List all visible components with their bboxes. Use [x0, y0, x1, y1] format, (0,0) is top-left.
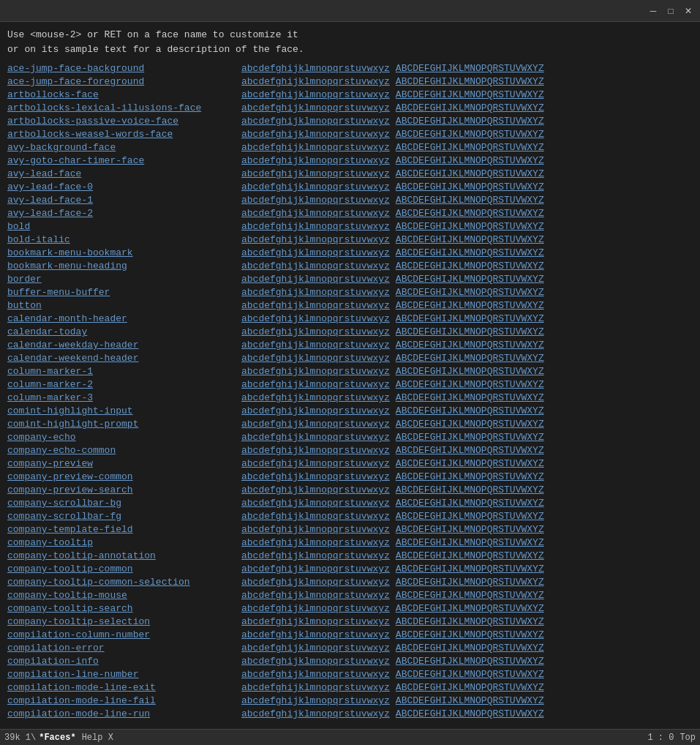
- face-name-link[interactable]: company-preview-common: [7, 471, 241, 484]
- face-sample-lower[interactable]: abcdefghijklmnopqrstuvwxyz: [241, 536, 390, 550]
- face-sample-lower[interactable]: abcdefghijklmnopqrstuvwxyz: [241, 378, 390, 392]
- face-name-link[interactable]: compilation-mode-line-run: [7, 708, 241, 721]
- face-sample-upper[interactable]: ABCDEFGHIJKLMNOPQRSTUVWXYZ: [396, 154, 544, 168]
- face-sample-lower[interactable]: abcdefghijklmnopqrstuvwxyz: [241, 655, 390, 668]
- face-name-link[interactable]: comint-highlight-prompt: [7, 418, 241, 431]
- face-name-link[interactable]: column-marker-1: [7, 365, 241, 378]
- face-name-link[interactable]: calendar-weekday-header: [7, 339, 241, 352]
- face-sample-lower[interactable]: abcdefghijklmnopqrstuvwxyz: [241, 102, 390, 115]
- face-sample-upper[interactable]: ABCDEFGHIJKLMNOPQRSTUVWXYZ: [396, 181, 544, 194]
- face-sample-lower[interactable]: abcdefghijklmnopqrstuvwxyz: [241, 721, 390, 723]
- face-sample-upper[interactable]: ABCDEFGHIJKLMNOPQRSTUVWXYZ: [396, 602, 544, 615]
- face-sample-upper[interactable]: ABCDEFGHIJKLMNOPQRSTUVWXYZ: [396, 273, 544, 286]
- face-name-link[interactable]: bold-italic: [7, 233, 241, 247]
- face-sample-lower[interactable]: abcdefghijklmnopqrstuvwxyz: [241, 668, 390, 681]
- face-sample-lower[interactable]: abcdefghijklmnopqrstuvwxyz: [241, 273, 390, 286]
- face-sample-upper[interactable]: ABCDEFGHIJKLMNOPQRSTUVWXYZ: [396, 326, 544, 339]
- face-sample-upper[interactable]: ABCDEFGHIJKLMNOPQRSTUVWXYZ: [396, 457, 544, 471]
- face-sample-lower[interactable]: abcdefghijklmnopqrstuvwxyz: [241, 312, 390, 326]
- face-sample-upper[interactable]: ABCDEFGHIJKLMNOPQRSTUVWXYZ: [396, 339, 544, 352]
- face-sample-upper[interactable]: ABCDEFGHIJKLMNOPQRSTUVWXYZ: [396, 75, 544, 89]
- face-sample-lower[interactable]: abcdefghijklmnopqrstuvwxyz: [241, 431, 390, 444]
- face-sample-lower[interactable]: abcdefghijklmnopqrstuvwxyz: [241, 128, 390, 141]
- face-sample-upper[interactable]: ABCDEFGHIJKLMNOPQRSTUVWXYZ: [396, 247, 544, 260]
- face-sample-lower[interactable]: abcdefghijklmnopqrstuvwxyz: [241, 589, 390, 602]
- face-name-link[interactable]: ace-jump-face-background: [7, 62, 241, 75]
- face-name-link[interactable]: avy-goto-char-timer-face: [7, 154, 241, 168]
- face-sample-upper[interactable]: ABCDEFGHIJKLMNOPQRSTUVWXYZ: [396, 365, 544, 378]
- face-name-link[interactable]: compilation-mode-line-exit: [7, 681, 241, 695]
- face-sample-upper[interactable]: ABCDEFGHIJKLMNOPQRSTUVWXYZ: [396, 668, 544, 681]
- face-sample-lower[interactable]: abcdefghijklmnopqrstuvwxyz: [241, 115, 390, 128]
- face-sample-upper[interactable]: ABCDEFGHIJKLMNOPQRSTUVWXYZ: [396, 708, 544, 721]
- face-sample-lower[interactable]: abcdefghijklmnopqrstuvwxyz: [241, 405, 390, 418]
- face-name-link[interactable]: company-scrollbar-fg: [7, 510, 241, 523]
- face-name-link[interactable]: company-template-field: [7, 523, 241, 536]
- face-sample-lower[interactable]: abcdefghijklmnopqrstuvwxyz: [241, 75, 390, 89]
- face-name-link[interactable]: column-marker-3: [7, 392, 241, 405]
- face-sample-upper[interactable]: ABCDEFGHIJKLMNOPQRSTUVWXYZ: [396, 312, 544, 326]
- face-sample-upper[interactable]: ABCDEFGHIJKLMNOPQRSTUVWXYZ: [396, 471, 544, 484]
- face-sample-upper[interactable]: ABCDEFGHIJKLMNOPQRSTUVWXYZ: [396, 194, 544, 207]
- face-sample-lower[interactable]: abcdefghijklmnopqrstuvwxyz: [241, 89, 390, 102]
- face-sample-lower[interactable]: abcdefghijklmnopqrstuvwxyz: [241, 681, 390, 695]
- face-sample-lower[interactable]: abcdefghijklmnopqrstuvwxyz: [241, 510, 390, 523]
- face-name-link[interactable]: artbollocks-face: [7, 89, 241, 102]
- face-sample-lower[interactable]: abcdefghijklmnopqrstuvwxyz: [241, 392, 390, 405]
- face-sample-lower[interactable]: abcdefghijklmnopqrstuvwxyz: [241, 484, 390, 497]
- face-sample-lower[interactable]: abcdefghijklmnopqrstuvwxyz: [241, 695, 390, 708]
- face-sample-lower[interactable]: abcdefghijklmnopqrstuvwxyz: [241, 168, 390, 181]
- face-sample-upper[interactable]: ABCDEFGHIJKLMNOPQRSTUVWXYZ: [396, 655, 544, 668]
- face-sample-lower[interactable]: abcdefghijklmnopqrstuvwxyz: [241, 326, 390, 339]
- face-name-link[interactable]: compilation-mode-line-fail: [7, 695, 241, 708]
- face-sample-upper[interactable]: ABCDEFGHIJKLMNOPQRSTUVWXYZ: [396, 431, 544, 444]
- face-sample-upper[interactable]: ABCDEFGHIJKLMNOPQRSTUVWXYZ: [396, 207, 544, 220]
- minimize-button[interactable]: ─: [647, 5, 659, 17]
- face-sample-upper[interactable]: ABCDEFGHIJKLMNOPQRSTUVWXYZ: [396, 695, 544, 708]
- face-name-link[interactable]: compilation-column-number: [7, 629, 241, 642]
- face-sample-lower[interactable]: abcdefghijklmnopqrstuvwxyz: [241, 352, 390, 365]
- face-sample-lower[interactable]: abcdefghijklmnopqrstuvwxyz: [241, 444, 390, 457]
- face-name-link[interactable]: avy-background-face: [7, 141, 241, 154]
- face-name-link[interactable]: company-tooltip-selection: [7, 615, 241, 629]
- face-sample-upper[interactable]: ABCDEFGHIJKLMNOPQRSTUVWXYZ: [396, 260, 544, 273]
- face-sample-lower[interactable]: abcdefghijklmnopqrstuvwxyz: [241, 629, 390, 642]
- face-sample-lower[interactable]: abcdefghijklmnopqrstuvwxyz: [241, 154, 390, 168]
- face-name-link[interactable]: button: [7, 299, 241, 312]
- face-name-link[interactable]: avy-lead-face-2: [7, 207, 241, 220]
- face-sample-upper[interactable]: ABCDEFGHIJKLMNOPQRSTUVWXYZ: [396, 536, 544, 550]
- face-name-link[interactable]: calendar-month-header: [7, 312, 241, 326]
- face-sample-upper[interactable]: ABCDEFGHIJKLMNOPQRSTUVWXYZ: [396, 115, 544, 128]
- face-name-link[interactable]: border: [7, 273, 241, 286]
- face-name-link[interactable]: bold: [7, 220, 241, 233]
- face-sample-upper[interactable]: ABCDEFGHIJKLMNOPQRSTUVWXYZ: [396, 510, 544, 523]
- face-name-link[interactable]: compilation-line-number: [7, 668, 241, 681]
- face-name-link[interactable]: company-tooltip-common: [7, 563, 241, 576]
- face-sample-lower[interactable]: abcdefghijklmnopqrstuvwxyz: [241, 471, 390, 484]
- face-sample-lower[interactable]: abcdefghijklmnopqrstuvwxyz: [241, 181, 390, 194]
- face-sample-lower[interactable]: abcdefghijklmnopqrstuvwxyz: [241, 418, 390, 431]
- face-sample-lower[interactable]: abcdefghijklmnopqrstuvwxyz: [241, 365, 390, 378]
- face-name-link[interactable]: company-echo: [7, 431, 241, 444]
- face-name-link[interactable]: column-marker-2: [7, 378, 241, 392]
- face-name-link[interactable]: buffer-menu-buffer: [7, 286, 241, 299]
- face-name-link[interactable]: avy-lead-face: [7, 168, 241, 181]
- face-name-link[interactable]: company-tooltip: [7, 536, 241, 550]
- face-name-link[interactable]: compilation-error: [7, 642, 241, 655]
- face-sample-upper[interactable]: ABCDEFGHIJKLMNOPQRSTUVWXYZ: [396, 642, 544, 655]
- face-name-link[interactable]: avy-lead-face-0: [7, 181, 241, 194]
- face-sample-upper[interactable]: ABCDEFGHIJKLMNOPQRSTUVWXYZ: [396, 392, 544, 405]
- face-sample-upper[interactable]: ABCDEFGHIJKLMNOPQRSTUVWXYZ: [396, 418, 544, 431]
- face-name-link[interactable]: company-scrollbar-bg: [7, 497, 241, 510]
- face-sample-upper[interactable]: ABCDEFGHIJKLMNOPQRSTUVWXYZ: [396, 89, 544, 102]
- face-name-link[interactable]: company-preview: [7, 457, 241, 471]
- face-name-link[interactable]: company-tooltip-common-selection: [7, 576, 241, 589]
- face-sample-lower[interactable]: abcdefghijklmnopqrstuvwxyz: [241, 457, 390, 471]
- face-sample-lower[interactable]: abcdefghijklmnopqrstuvwxyz: [241, 247, 390, 260]
- face-sample-upper[interactable]: ABCDEFGHIJKLMNOPQRSTUVWXYZ: [396, 563, 544, 576]
- face-sample-upper[interactable]: ABCDEFGHIJKLMNOPQRSTUVWXYZ: [396, 497, 544, 510]
- face-sample-upper[interactable]: ABCDEFGHIJKLMNOPQRSTUVWXYZ: [396, 352, 544, 365]
- face-sample-upper[interactable]: ABCDEFGHIJKLMNOPQRSTUVWXYZ: [396, 168, 544, 181]
- face-name-link[interactable]: artbollocks-weasel-words-face: [7, 128, 241, 141]
- face-sample-upper[interactable]: ABCDEFGHIJKLMNOPQRSTUVWXYZ: [396, 220, 544, 233]
